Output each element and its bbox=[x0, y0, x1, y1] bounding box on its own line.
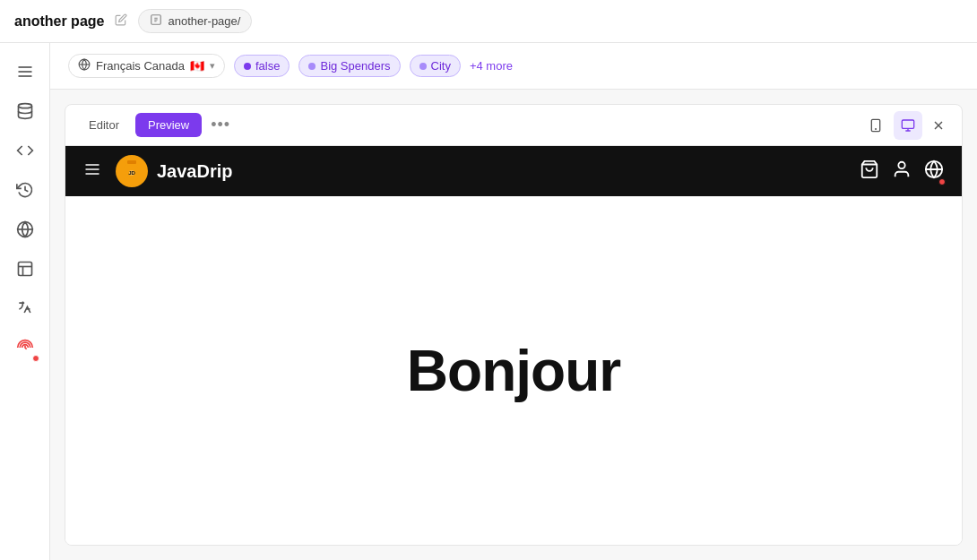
preview-toolbar: Editor Preview ••• bbox=[65, 105, 962, 146]
tag-false-label: false bbox=[255, 59, 280, 73]
preview-wrapper: Editor Preview ••• bbox=[50, 90, 977, 560]
nav-globe-icon[interactable] bbox=[924, 159, 944, 184]
desktop-view-button[interactable] bbox=[894, 111, 922, 140]
top-bar: another page another-page/ bbox=[0, 0, 977, 43]
locale-selector[interactable]: Français Canada 🇨🇦 ▾ bbox=[68, 54, 225, 78]
main-layout: Français Canada 🇨🇦 ▾ false Big Spenders … bbox=[0, 43, 977, 560]
sidebar-item-globe[interactable] bbox=[7, 211, 43, 247]
nav-user-icon[interactable] bbox=[892, 159, 912, 184]
nav-menu-icon[interactable] bbox=[83, 160, 101, 183]
sidebar-item-code[interactable] bbox=[7, 133, 43, 168]
preview-content: JD JavaDrip bbox=[65, 146, 962, 545]
page-heading: Bonjour bbox=[407, 338, 620, 404]
sidebar bbox=[0, 43, 50, 560]
page-icon bbox=[150, 13, 162, 29]
breadcrumb-text: another-page/ bbox=[168, 14, 240, 28]
svg-rect-7 bbox=[18, 263, 31, 276]
sidebar-item-translate[interactable] bbox=[7, 290, 43, 326]
more-tags-badge[interactable]: +4 more bbox=[470, 59, 513, 73]
svg-text:JD: JD bbox=[128, 170, 135, 176]
tag-big-spenders-label: Big Spenders bbox=[320, 59, 390, 73]
globe-icon bbox=[78, 58, 91, 73]
sidebar-item-database[interactable] bbox=[7, 93, 43, 129]
javadrip-navbar: JD JavaDrip bbox=[65, 146, 962, 196]
tag-city[interactable]: City bbox=[410, 55, 461, 77]
tag-false[interactable]: false bbox=[234, 55, 290, 77]
nav-icons bbox=[860, 159, 944, 184]
more-options-button[interactable]: ••• bbox=[205, 112, 236, 138]
filter-bar: Français Canada 🇨🇦 ▾ false Big Spenders … bbox=[50, 43, 977, 90]
page-title: another page bbox=[14, 13, 104, 30]
sidebar-item-menu[interactable] bbox=[7, 54, 43, 90]
preview-card: Editor Preview ••• bbox=[65, 104, 963, 546]
sidebar-item-history[interactable] bbox=[7, 172, 43, 208]
page-body: Bonjour bbox=[65, 196, 962, 545]
tag-big-spenders[interactable]: Big Spenders bbox=[298, 55, 400, 77]
content-area: Français Canada 🇨🇦 ▾ false Big Spenders … bbox=[50, 43, 977, 560]
sidebar-item-fingerprint[interactable] bbox=[7, 330, 43, 366]
flag-emoji: 🇨🇦 bbox=[190, 59, 204, 73]
mobile-view-button[interactable] bbox=[861, 111, 890, 140]
tag-dot-false bbox=[244, 63, 251, 70]
fingerprint-badge bbox=[32, 355, 39, 362]
svg-rect-14 bbox=[902, 120, 913, 128]
sidebar-item-layout[interactable] bbox=[7, 251, 43, 287]
svg-point-4 bbox=[18, 104, 31, 108]
close-preview-button[interactable] bbox=[926, 113, 951, 138]
svg-rect-23 bbox=[127, 160, 136, 164]
edit-icon[interactable] bbox=[115, 13, 127, 29]
tag-dot-city bbox=[419, 63, 427, 70]
locale-text: Français Canada bbox=[96, 59, 185, 73]
breadcrumb-pill[interactable]: another-page/ bbox=[138, 9, 252, 33]
globe-badge bbox=[938, 178, 946, 185]
svg-point-27 bbox=[898, 161, 904, 168]
nav-brand: JavaDrip bbox=[157, 161, 233, 182]
nav-bag-icon[interactable] bbox=[860, 159, 879, 184]
tab-editor[interactable]: Editor bbox=[76, 113, 132, 137]
tag-city-label: City bbox=[431, 59, 451, 73]
nav-logo-icon: JD bbox=[116, 155, 148, 187]
tag-dot-big-spenders bbox=[308, 63, 316, 70]
chevron-down-icon: ▾ bbox=[210, 60, 215, 72]
nav-logo: JD JavaDrip bbox=[116, 155, 233, 187]
tab-preview[interactable]: Preview bbox=[135, 113, 202, 137]
